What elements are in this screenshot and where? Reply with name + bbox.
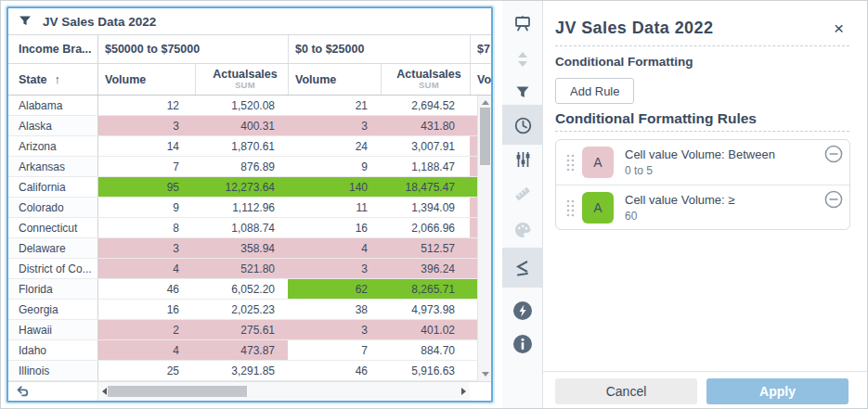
volume-cell[interactable]: 4 [288,238,381,258]
actualsales-cell[interactable]: 1,520.08 [195,96,288,115]
volume-cell[interactable]: 3 [288,116,381,135]
horizontal-scroll-thumb[interactable] [108,386,247,397]
state-cell[interactable]: Arkansas [8,157,98,176]
ruler-icon[interactable] [502,180,543,208]
actualsales-cell[interactable]: 1,870.61 [195,136,288,156]
filter-icon[interactable] [502,79,543,107]
actualsales-cell[interactable]: 2,066.96 [381,218,470,237]
volume-cell[interactable]: 3 [98,116,195,135]
volume-cell[interactable]: 95 [98,177,195,197]
state-cell[interactable]: Colorado [8,198,98,217]
volume-cell[interactable]: 16 [98,300,195,319]
horizontal-scrollbar[interactable] [98,382,470,401]
state-cell[interactable]: Delaware [8,238,98,258]
sort-ascending-icon[interactable]: ↑ [55,73,60,86]
state-cell[interactable]: District of Co... [8,259,98,278]
volume-cell[interactable]: 8 [98,218,195,237]
volume-column-header[interactable]: Volume [288,64,381,95]
actualsales-cell[interactable]: 3,007.91 [381,136,470,156]
drag-handle-icon[interactable] [565,198,575,218]
scroll-left-icon[interactable] [102,388,107,395]
volume-cell[interactable]: 38 [288,300,381,319]
actualsales-cell[interactable]: 8,265.71 [381,279,470,299]
volume-cell[interactable]: 140 [288,177,381,197]
actualsales-cell[interactable]: 4,973.98 [381,300,470,319]
sliders-icon[interactable] [502,146,543,173]
actualsales-cell[interactable]: 358.94 [195,238,288,258]
actualsales-cell[interactable]: 401.02 [381,320,470,339]
state-cell[interactable]: Idaho [8,340,98,360]
volume-cell[interactable]: 4 [98,259,195,278]
add-rule-button[interactable]: Add Rule [555,78,634,104]
close-icon[interactable]: × [834,19,844,37]
state-column-header[interactable]: State ↑ [8,64,98,95]
actualsales-cell[interactable]: 275.61 [195,320,288,339]
actualsales-cell[interactable]: 1,188.47 [381,157,470,176]
state-cell[interactable]: California [8,177,98,197]
volume-cell[interactable]: 46 [288,361,381,380]
volume-cell[interactable]: 9 [288,157,381,176]
volume-cell[interactable]: 46 [98,279,195,299]
bolt-icon[interactable] [502,297,543,325]
volume-cell[interactable]: 16 [288,218,381,237]
volume-cell[interactable]: 11 [288,198,381,217]
actualsales-cell[interactable]: 6,052.20 [195,279,288,299]
actualsales-cell[interactable]: 473.87 [195,340,288,360]
actualsales-cell[interactable]: 884.70 [381,340,470,360]
actualsales-cell[interactable]: 396.24 [381,259,470,278]
volume-cell[interactable]: 9 [98,198,195,217]
remove-rule-icon[interactable] [824,145,843,163]
rule-color-swatch[interactable]: A [582,192,614,224]
actualsales-cell[interactable]: 876.89 [195,157,288,176]
apply-button[interactable]: Apply [706,378,849,404]
bracket-header[interactable]: $50000 to $75000 [98,35,288,63]
state-cell[interactable]: Florida [8,279,98,299]
rule-color-swatch[interactable]: A [582,147,614,178]
volume-cell[interactable]: 25 [98,361,195,380]
actualsales-cell[interactable]: 400.31 [195,116,288,135]
state-cell[interactable]: Connecticut [8,218,98,237]
state-cell[interactable]: Georgia [8,300,98,319]
actualsales-cell[interactable]: 12,273.64 [195,177,288,197]
palette-icon[interactable] [502,216,543,244]
scroll-up-icon[interactable] [482,100,489,105]
actualsales-cell[interactable]: 521.80 [195,259,288,278]
pivot-widget[interactable]: JV Sales Data 2022 Income Bra... $50000 … [6,6,493,403]
actualsales-cell[interactable]: 1,394.09 [381,198,470,217]
state-cell[interactable]: Hawaii [8,320,98,339]
volume-cell[interactable]: 2 [98,320,195,339]
actualsales-cell[interactable]: 431.80 [381,116,470,135]
volume-column-header[interactable]: Volume [98,64,195,95]
actualsales-column-header[interactable]: Actualsales SUM [381,64,470,95]
volume-cell[interactable]: 24 [288,136,381,156]
actualsales-cell[interactable]: 1,112.96 [195,198,288,217]
volume-cell[interactable]: 14 [98,136,195,156]
actualsales-cell[interactable]: 18,475.47 [381,177,470,197]
scroll-down-icon[interactable] [482,372,489,377]
state-cell[interactable]: Illinois [8,361,98,380]
filter-icon[interactable] [19,15,32,28]
state-cell[interactable]: Alaska [8,116,98,135]
actualsales-cell[interactable]: 512.57 [381,238,470,258]
bracket-header[interactable]: $7 [470,35,491,63]
state-cell[interactable]: Arizona [8,136,98,156]
volume-cell[interactable]: 3 [98,238,195,258]
sort-icon[interactable] [502,45,543,73]
volume-cell[interactable]: 62 [288,279,381,299]
actualsales-cell[interactable]: 2,025.23 [195,300,288,319]
info-icon[interactable] [502,330,543,358]
presentation-icon[interactable] [502,9,543,37]
state-cell[interactable]: Alabama [8,96,98,115]
actualsales-column-header[interactable]: Actualsales SUM [195,64,288,95]
scroll-right-icon[interactable] [461,388,466,395]
volume-cell[interactable]: 4 [98,340,195,360]
volume-cell[interactable]: 3 [288,320,381,339]
volume-cell[interactable]: 3 [288,259,381,278]
vertical-scrollbar[interactable] [477,96,491,381]
volume-cell[interactable]: 7 [288,340,381,360]
volume-cell[interactable]: 21 [288,96,381,115]
undo-icon[interactable] [16,385,30,399]
actualsales-cell[interactable]: 2,694.52 [381,96,470,115]
conditional-formatting-icon[interactable] [502,254,543,282]
bracket-header[interactable]: $0 to $25000 [288,35,470,63]
